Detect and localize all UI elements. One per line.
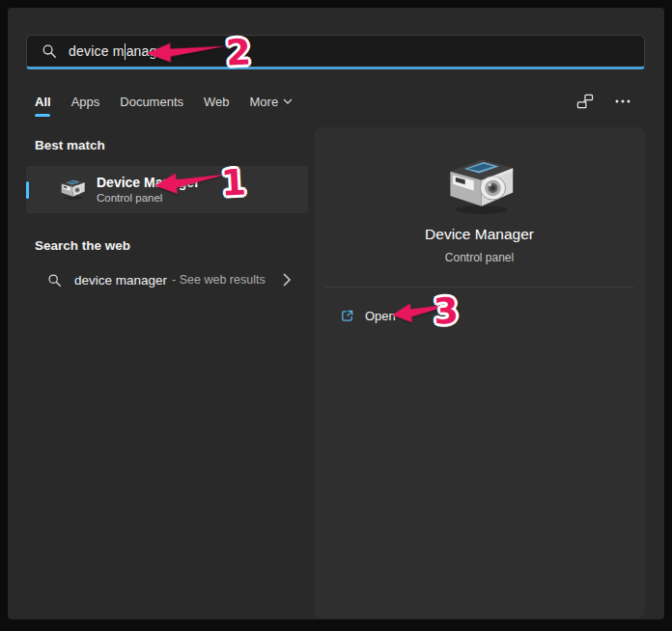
tab-documents[interactable]: Documents [120,95,183,109]
search-input[interactable]: device manager [26,35,645,69]
divider [325,287,633,288]
tab-all-label: All [35,95,51,109]
tab-all[interactable]: All [35,95,51,109]
device-manager-app-icon [57,177,88,203]
tab-web-label: Web [204,95,230,109]
web-result-query: device manager [74,273,167,288]
search-web-header: Search the web [35,238,308,253]
search-icon [47,273,62,288]
more-options-icon[interactable] [612,92,633,111]
web-result-suffix: - See web results [172,273,266,287]
chevron-down-icon [283,98,293,104]
tab-documents-label: Documents [120,95,183,109]
device-manager-app-icon-large [437,152,522,222]
tab-more-label: More [250,95,279,109]
annotation-step-2: 2 [225,34,252,70]
tab-bar-actions [574,92,645,111]
tab-apps-label: Apps [71,95,100,109]
annotation-step-1: 1 [220,164,247,201]
preview-panel: Device Manager Control panel Open [314,127,645,618]
search-filter-tabs: All Apps Documents Web More [26,87,645,116]
open-action[interactable]: Open [327,299,631,332]
account-icon[interactable] [574,92,595,111]
results-column: Best match Device Manager Control panel … [26,123,308,298]
best-match-header: Best match [35,138,308,152]
chevron-right-icon[interactable] [283,273,291,287]
open-external-icon [340,309,354,323]
search-icon [42,43,57,59]
selection-accent-bar [26,181,29,199]
tab-more[interactable]: More [250,95,294,109]
preview-subtitle: Control panel [314,251,645,264]
annotation-arrow-step-2 [147,40,227,66]
tab-web[interactable]: Web [204,95,230,109]
preview-title: Device Manager [314,226,645,243]
windows-search-flyout: device manager All Apps Documents Web Mo… [8,8,664,619]
search-query-before-caret: device m [69,43,125,59]
annotation-step-3: 3 [433,292,460,329]
web-search-result[interactable]: device manager - See web results [26,261,308,298]
tab-apps[interactable]: Apps [71,95,100,109]
